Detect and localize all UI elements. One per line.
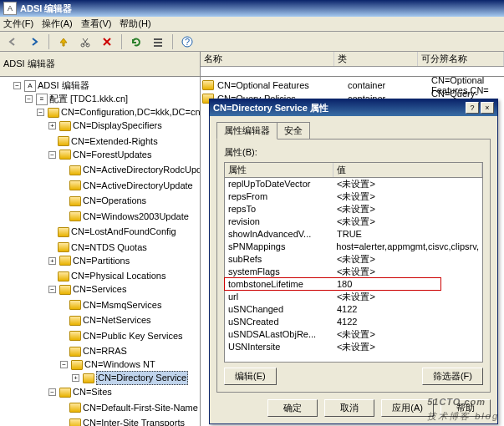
toolbar-separator	[121, 34, 122, 49]
tree-default-first-site[interactable]: CN=Default-First-Site-Name	[83, 402, 198, 414]
list-header-dn[interactable]: 可分辨名称	[418, 52, 504, 66]
folder-icon	[69, 300, 81, 310]
toolbar-list-icon[interactable]	[149, 33, 167, 50]
tree-msmq[interactable]: CN=MsmqServices	[83, 299, 161, 312]
attribute-row[interactable]: repsFrom<未设置>	[225, 190, 482, 203]
attr-header-name[interactable]: 属性	[225, 163, 333, 177]
attribute-row[interactable]: showInAdvancedV...TRUE	[225, 228, 482, 241]
attr-value: <未设置>	[337, 291, 479, 303]
main-window-titlebar: A ADSI 编辑器	[0, 0, 504, 17]
tree-rras[interactable]: CN=RRAS	[83, 345, 127, 358]
attribute-list[interactable]: replUpToDateVector<未设置>repsFrom<未设置>reps…	[224, 177, 483, 363]
toolbar-forward-button[interactable]	[25, 33, 43, 50]
menu-view[interactable]: 查看(V)	[81, 18, 112, 30]
tree-inter-site-transports[interactable]: CN=Inter-Site Transports	[83, 417, 185, 426]
tree-directory-service[interactable]: CN=Directory Service	[96, 371, 188, 385]
attr-value: 4122	[337, 303, 479, 316]
toolbar-up-button[interactable]	[54, 33, 73, 50]
toolbar-refresh-icon[interactable]	[127, 33, 145, 50]
attr-name: tombstoneLifetime	[228, 278, 337, 291]
attribute-row[interactable]: subRefs<未设置>	[225, 253, 482, 266]
properties-dialog: CN=Directory Service 属性 ? × 属性编辑器 安全 属性(…	[209, 99, 498, 424]
menu-action[interactable]: 操作(A)	[42, 18, 73, 30]
attribute-row[interactable]: url<未设置>	[225, 291, 482, 303]
tree-ad-update[interactable]: CN=ActiveDirectoryUpdate	[83, 180, 193, 192]
tree-windows2003update[interactable]: CN=Windows2003Update	[83, 210, 189, 223]
tree-extended-rights[interactable]: CN=Extended-Rights	[71, 135, 158, 148]
list-header-class[interactable]: 类	[334, 52, 418, 66]
attr-header-value[interactable]: 值	[333, 163, 482, 177]
svg-text:?: ?	[185, 37, 190, 47]
attribute-row[interactable]: repsTo<未设置>	[225, 203, 482, 216]
toolbar-back-button[interactable]	[3, 33, 22, 50]
tree-physical-locations[interactable]: CN=Physical Locations	[71, 270, 165, 282]
tree-expander[interactable]: −	[60, 361, 68, 368]
tree-expander[interactable]: −	[25, 95, 33, 103]
attr-value: <未设置>	[337, 253, 479, 266]
menu-help[interactable]: 帮助(H)	[120, 18, 150, 30]
tree-services[interactable]: CN=Services	[73, 283, 127, 296]
tree-sites[interactable]: CN=Sites	[73, 386, 112, 398]
attribute-row[interactable]: USNIntersite<未设置>	[225, 341, 482, 353]
edit-button[interactable]: 编辑(E)	[224, 368, 277, 385]
tree-expander[interactable]: −	[48, 286, 56, 293]
dialog-close-icon[interactable]: ×	[481, 102, 494, 114]
toolbar-cut-icon[interactable]	[76, 33, 94, 50]
attribute-row[interactable]: sPNMappingshost=alerter,appmgmt,cisvc,cl…	[225, 241, 482, 253]
attribute-row[interactable]: uSNDSALastObjRe...<未设置>	[225, 328, 482, 341]
attr-value: <未设置>	[337, 190, 479, 203]
tree-lostandfound[interactable]: CN=LostAndFoundConfig	[71, 226, 176, 238]
folder-icon	[59, 121, 71, 131]
attr-value: <未设置>	[337, 216, 479, 228]
tree-configuration[interactable]: CN=Configuration,DC=kkk,DC=cn	[61, 106, 201, 119]
attr-value: <未设置>	[337, 341, 479, 353]
tree-expander[interactable]: −	[48, 388, 56, 396]
tree-expander[interactable]: −	[37, 109, 44, 116]
attribute-row[interactable]: uSNChanged4122	[225, 303, 482, 316]
tree-netservices[interactable]: CN=NetServices	[83, 314, 151, 327]
svg-rect-3	[154, 42, 162, 43]
tree-expander[interactable]: −	[48, 151, 56, 159]
filter-button[interactable]: 筛选器(F)	[422, 368, 483, 385]
attribute-row[interactable]: revision<未设置>	[225, 216, 482, 228]
attribute-row[interactable]: uSNCreated4122	[225, 316, 482, 328]
toolbar-delete-icon[interactable]	[98, 33, 116, 50]
cancel-button[interactable]: 取消	[324, 399, 374, 417]
attr-value: host=alerter,appmgmt,cisvc,clipsrv,	[336, 241, 479, 253]
folder-icon	[58, 227, 69, 237]
tree-partitions[interactable]: CN=Partitions	[73, 255, 130, 267]
attr-value: <未设置>	[337, 203, 479, 216]
dialog-help-icon[interactable]: ?	[466, 102, 479, 114]
tree-operations[interactable]: CN=Operations	[83, 195, 146, 207]
tree-root[interactable]: ADSI 编辑器	[38, 79, 89, 92]
attribute-row[interactable]: tombstoneLifetime180	[225, 278, 482, 291]
attribute-row[interactable]: systemFlags<未设置>	[225, 266, 482, 278]
tree-ntds-quotas[interactable]: CN=NTDS Quotas	[71, 241, 147, 254]
folder-icon	[202, 80, 214, 90]
tab-security[interactable]: 安全	[277, 122, 310, 139]
tree-config[interactable]: 配置 [TDC1.kkk.cn]	[49, 93, 128, 105]
tree-expander[interactable]: +	[48, 122, 56, 129]
toolbar-help-icon[interactable]: ?	[178, 33, 196, 50]
tree-windows-nt[interactable]: CN=Windows NT	[84, 358, 155, 371]
help-button[interactable]: 帮助	[440, 399, 491, 417]
tab-attribute-editor[interactable]: 属性编辑器	[216, 122, 277, 139]
folder-icon	[58, 136, 69, 146]
ok-button[interactable]: 确定	[267, 399, 318, 417]
tree-expander[interactable]: +	[48, 257, 56, 265]
attr-name: sPNMappings	[228, 241, 336, 253]
attr-name: uSNDSALastObjRe...	[228, 328, 337, 341]
tree-forestupdates[interactable]: CN=ForestUpdates	[73, 149, 151, 161]
tree-pubkey[interactable]: CN=Public Key Services	[83, 330, 183, 342]
tree-pane[interactable]: −A ADSI 编辑器 −≡ 配置 [TDC1.kkk.cn] − CN=Con…	[0, 77, 201, 426]
tree-ad-rodc-update[interactable]: CN=ActiveDirectoryRodcUpdate	[83, 164, 201, 176]
list-header-name[interactable]: 名称	[201, 52, 334, 66]
dialog-titlebar[interactable]: CN=Directory Service 属性 ? ×	[210, 99, 497, 116]
apply-button[interactable]: 应用(A)	[381, 399, 434, 417]
tree-displayspecifiers[interactable]: CN=DisplaySpecifiers	[73, 119, 162, 132]
tree-pane-header: ADSI 编辑器	[0, 52, 201, 76]
tree-expander[interactable]: +	[72, 374, 79, 382]
attribute-row[interactable]: replUpToDateVector<未设置>	[225, 178, 482, 190]
menu-file[interactable]: 文件(F)	[3, 18, 33, 30]
tree-expander[interactable]: −	[13, 82, 21, 89]
